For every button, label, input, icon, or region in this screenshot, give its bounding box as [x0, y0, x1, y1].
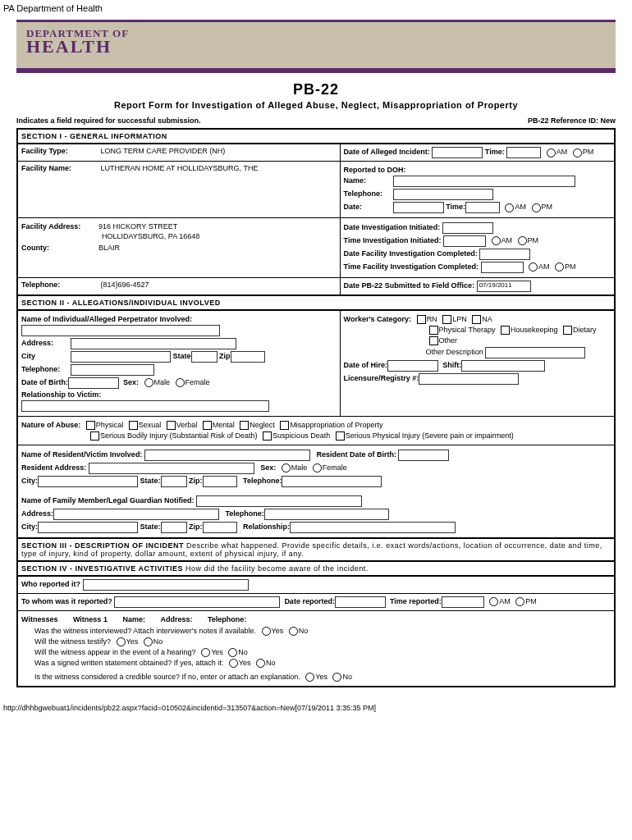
shift-field[interactable] — [461, 360, 545, 372]
section3-header: SECTION III - DESCRIPTION OF INCIDENT De… — [17, 538, 615, 561]
rep-am-radio[interactable] — [489, 597, 498, 606]
pt-check[interactable] — [429, 326, 438, 335]
fam-tel-field[interactable] — [264, 509, 389, 520]
spi-check[interactable] — [336, 431, 345, 441]
fam-name-field[interactable] — [196, 495, 362, 507]
na-check[interactable] — [472, 315, 481, 324]
other-desc-field[interactable] — [485, 347, 585, 358]
date-rep-field[interactable] — [335, 596, 386, 608]
time-rep-field[interactable] — [442, 596, 484, 608]
doh-name-field[interactable] — [393, 176, 575, 187]
misapp-check[interactable] — [280, 421, 289, 430]
fam-state-field[interactable] — [161, 522, 187, 533]
doh-am-radio[interactable] — [505, 203, 514, 212]
section4-header: SECTION IV - INVESTIGATIVE ACTIVITIES Ho… — [17, 561, 615, 576]
date-hire-field[interactable] — [387, 360, 438, 372]
q1-no-radio[interactable] — [289, 627, 298, 636]
res-addr-field[interactable] — [89, 463, 254, 474]
hk-check[interactable] — [501, 326, 510, 335]
date-incident-label: Date of Alleged Incident: — [344, 148, 430, 156]
time-fac-inv-field[interactable] — [481, 262, 524, 273]
fam-addr-label: Address: — [21, 509, 53, 518]
mental-check[interactable] — [203, 421, 212, 430]
q2-label: Will the witness testify? — [34, 637, 111, 646]
fam-zip-field[interactable] — [203, 522, 237, 533]
q5-no-radio[interactable] — [332, 673, 341, 682]
logo: DEPARTMENT OF HEALTH — [26, 29, 129, 54]
lic-reg-field[interactable] — [419, 373, 519, 385]
date-submitted-field[interactable]: 07/19/2011 — [477, 281, 531, 292]
doh-tel-field[interactable] — [393, 189, 493, 200]
susp-check[interactable] — [263, 431, 272, 441]
q2-no-radio[interactable] — [144, 637, 153, 646]
fam-rel-field[interactable] — [290, 522, 456, 533]
rel-victim-field[interactable] — [21, 400, 269, 412]
q1-yes-radio[interactable] — [262, 627, 271, 636]
perp-name-field[interactable] — [21, 325, 220, 336]
section2-header: SECTION II - ALLEGATIONS/INDIVIDUAL INVO… — [17, 295, 615, 310]
fac-am-radio[interactable] — [529, 262, 538, 272]
fam-addr-field[interactable] — [53, 509, 219, 520]
facility-addr-label: Facility Address: — [21, 222, 95, 231]
perp-zip-field[interactable] — [231, 351, 265, 363]
doh-time-field[interactable] — [465, 202, 500, 213]
sbi-check[interactable] — [90, 431, 99, 441]
inv-am-radio[interactable] — [492, 236, 501, 245]
date-fac-inv-field[interactable] — [479, 249, 530, 260]
time-inv-init-field[interactable] — [443, 235, 486, 247]
other-check[interactable] — [429, 336, 438, 345]
victim-name-field[interactable] — [144, 450, 310, 461]
q3-no-radio[interactable] — [228, 648, 237, 657]
fam-city-field[interactable] — [38, 522, 138, 533]
res-state-field[interactable] — [161, 476, 187, 487]
fac-pm-radio[interactable] — [555, 262, 564, 272]
q4-no-radio[interactable] — [256, 659, 265, 668]
fam-tel-label: Telephone: — [226, 509, 264, 518]
w-addr-label: Address: — [160, 615, 192, 623]
facility-name-label: Facility Name: — [21, 164, 95, 172]
res-city-field[interactable] — [38, 476, 138, 487]
date-incident-field[interactable] — [432, 147, 483, 158]
fam-rel-label: Relationship: — [243, 523, 290, 531]
res-zip-field[interactable] — [203, 476, 237, 487]
rep-pm-radio[interactable] — [515, 597, 524, 606]
doh-pm-radio[interactable] — [532, 203, 541, 212]
time-field[interactable] — [506, 147, 541, 158]
perp-male-radio[interactable] — [144, 378, 153, 387]
perp-tel-field[interactable] — [71, 364, 154, 376]
date-inv-init-field[interactable] — [442, 222, 493, 234]
diet-check[interactable] — [563, 326, 572, 335]
who-reported-field[interactable] — [83, 579, 249, 591]
am-radio[interactable] — [547, 148, 556, 158]
towhom-field[interactable] — [114, 596, 280, 608]
res-female-radio[interactable] — [313, 463, 322, 472]
lpn-check[interactable] — [442, 315, 451, 324]
q2-yes-radio[interactable] — [117, 637, 126, 646]
witness1-label: Witness 1 — [73, 615, 108, 623]
perp-state-field[interactable] — [191, 351, 218, 363]
verb-check[interactable] — [167, 421, 176, 430]
time-rep-label: Time reported: — [390, 597, 442, 605]
rn-check[interactable] — [417, 315, 426, 324]
q3-yes-radio[interactable] — [201, 648, 210, 657]
res-male-radio[interactable] — [282, 463, 291, 472]
q5-yes-radio[interactable] — [305, 673, 314, 682]
perp-city-field[interactable] — [71, 351, 171, 363]
neglect-check[interactable] — [240, 421, 249, 430]
perp-dob-field[interactable] — [68, 377, 119, 389]
phys-check[interactable] — [86, 421, 95, 430]
q4-yes-radio[interactable] — [229, 659, 238, 668]
doh-date-field[interactable] — [393, 202, 444, 213]
perp-addr-field[interactable] — [71, 338, 236, 349]
inv-pm-radio[interactable] — [518, 236, 527, 245]
sex-check[interactable] — [129, 421, 138, 430]
perp-female-radio[interactable] — [176, 378, 185, 387]
q4-label: Was a signed written statement obtained?… — [34, 659, 223, 667]
reference-id: PB-22 Reference ID: New — [528, 116, 616, 125]
worker-cat-label: Worker's Category: — [344, 315, 412, 323]
q1-label: Was the witness interviewed? Attach inte… — [34, 627, 256, 635]
res-tel-field[interactable] — [282, 476, 382, 487]
pm-radio[interactable] — [573, 148, 582, 158]
perp-city-label: City — [21, 352, 71, 360]
res-dob-field[interactable] — [398, 450, 449, 461]
